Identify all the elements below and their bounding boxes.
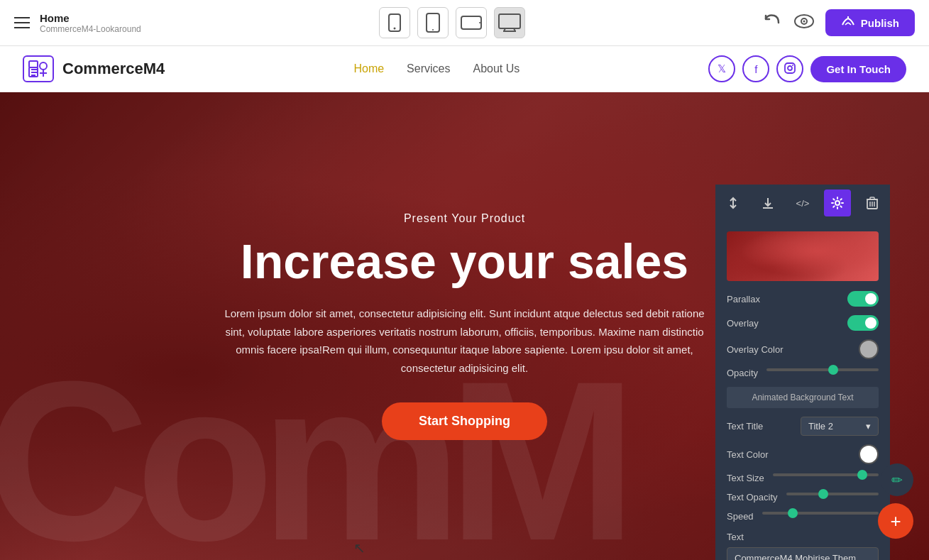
logo-text: CommerceM4: [62, 60, 165, 78]
undo-button[interactable]: [763, 13, 783, 33]
publish-label: Publish: [861, 17, 899, 29]
text-size-slider-container: [773, 473, 879, 483]
toolbar-left: Home CommerceM4-Lookaround: [14, 12, 141, 34]
device-switcher: [379, 7, 525, 38]
nav-services[interactable]: Services: [407, 62, 450, 75]
text-title-dropdown[interactable]: Title 2 ▾: [801, 417, 879, 436]
section-toolbar: </>: [715, 185, 890, 221]
text-color-label: Text Color: [727, 449, 769, 460]
text-color-swatch[interactable]: [859, 444, 879, 464]
hamburger-menu[interactable]: [14, 17, 30, 28]
text-size-label: Text Size: [727, 473, 764, 483]
hero-description: Lorem ipsum dolor sit amet, consectetur …: [216, 304, 713, 377]
facebook-button[interactable]: f: [742, 55, 769, 82]
instagram-icon: [784, 62, 796, 76]
text-opacity-slider-thumb[interactable]: [818, 489, 828, 499]
svg-rect-4: [461, 16, 481, 29]
delete-section-button[interactable]: [859, 190, 886, 216]
text-size-row: Text Size: [727, 473, 879, 483]
svg-point-12: [803, 20, 805, 22]
opacity-slider-thumb[interactable]: [828, 365, 838, 375]
code-section-button[interactable]: </>: [789, 190, 816, 216]
text-size-slider-thumb[interactable]: [857, 470, 867, 480]
parallax-label: Parallax: [727, 294, 760, 304]
overlay-label: Overlay: [727, 318, 759, 329]
text-color-row: Text Color: [727, 444, 879, 464]
hero-cta-button[interactable]: Start Shopping: [382, 402, 547, 440]
panel-thumbnail: [727, 231, 879, 281]
overlay-color-label: Overlay Color: [727, 344, 783, 355]
code-icon: </>: [796, 198, 810, 209]
animated-bg-text-section: Animated Background Text: [727, 387, 879, 408]
fab-add-button[interactable]: +: [878, 503, 913, 539]
speed-row: Speed: [727, 511, 879, 522]
svg-point-1: [393, 28, 395, 30]
chevron-down-icon: ▾: [866, 421, 871, 432]
overlay-toggle[interactable]: [847, 315, 879, 331]
svg-rect-13: [29, 61, 38, 67]
page-name: Home: [40, 12, 141, 24]
overlay-color-swatch[interactable]: [859, 339, 879, 359]
overlay-color-row: Overlay Color: [727, 339, 879, 359]
fab-pencil-button[interactable]: ✏: [881, 463, 913, 496]
logo-icon: [23, 55, 54, 82]
svg-point-23: [792, 65, 793, 66]
thumbnail-image: [727, 231, 879, 281]
text-opacity-slider-track: [786, 493, 879, 495]
publish-button[interactable]: Publish: [825, 9, 915, 36]
site-header: CommerceM4 Home Services About Us 𝕏 f Ge…: [0, 46, 929, 92]
animated-bg-text-label: Animated Background Text: [752, 392, 853, 402]
opacity-slider-container: [766, 368, 879, 378]
site-logo: CommerceM4: [23, 55, 165, 82]
speed-slider-thumb[interactable]: [788, 508, 798, 518]
hero-subtitle: Present Your Product: [404, 212, 525, 225]
instagram-button[interactable]: [776, 55, 803, 82]
tablet-landscape-view-button[interactable]: [456, 7, 487, 38]
mobile-view-button[interactable]: [379, 7, 410, 38]
svg-rect-21: [785, 63, 795, 73]
site-nav: Home Services About Us: [353, 62, 520, 75]
text-opacity-label: Text Opacity: [727, 492, 778, 503]
svg-point-22: [788, 66, 792, 70]
get-in-touch-button[interactable]: Get In Touch: [810, 56, 906, 82]
toolbar-title: Home CommerceM4-Lookaround: [40, 12, 141, 34]
desktop-view-button[interactable]: [494, 7, 525, 38]
svg-point-3: [432, 29, 434, 31]
text-input-row: Text: [727, 530, 879, 560]
toolbar-right: Publish: [763, 9, 915, 36]
svg-rect-6: [499, 14, 520, 28]
move-section-button[interactable]: [720, 190, 747, 216]
tablet-view-button[interactable]: [417, 7, 449, 38]
text-input-field[interactable]: [727, 547, 879, 560]
plus-icon: +: [890, 510, 901, 532]
text-input-label: Text: [727, 532, 744, 542]
facebook-icon: f: [754, 63, 757, 75]
hero-content: Present Your Product Increase your sales…: [145, 92, 784, 560]
hero-title: Increase your sales: [241, 235, 688, 288]
svg-point-27: [835, 201, 840, 205]
text-title-row: Text Title Title 2 ▾: [727, 417, 879, 436]
pencil-icon: ✏: [891, 472, 903, 488]
twitter-icon: 𝕏: [718, 62, 726, 75]
nav-home[interactable]: Home: [353, 62, 384, 75]
text-opacity-row: Text Opacity: [727, 492, 879, 503]
hero-section: ComM Present Your Product Increase your …: [0, 92, 929, 560]
preview-button[interactable]: [794, 14, 814, 32]
top-toolbar: Home CommerceM4-Lookaround: [0, 0, 929, 46]
opacity-label: Opacity: [727, 368, 758, 378]
settings-section-button[interactable]: [824, 190, 851, 216]
text-opacity-slider-container: [786, 493, 879, 503]
parallax-row: Parallax: [727, 291, 879, 307]
speed-slider-container: [762, 512, 879, 522]
twitter-button[interactable]: 𝕏: [708, 55, 735, 82]
site-name: CommerceM4-Lookaround: [40, 24, 141, 34]
parallax-toggle[interactable]: [847, 291, 879, 307]
text-title-value: Title 2: [808, 421, 833, 432]
opacity-slider-track: [766, 368, 879, 371]
site-nav-right: 𝕏 f Get In Touch: [708, 55, 906, 82]
speed-label: Speed: [727, 511, 754, 522]
settings-panel: Parallax Overlay Overlay Color Opacity A…: [715, 221, 890, 560]
text-title-label: Text Title: [727, 421, 763, 432]
download-section-button[interactable]: [754, 190, 781, 216]
nav-about-us[interactable]: About Us: [473, 62, 520, 75]
